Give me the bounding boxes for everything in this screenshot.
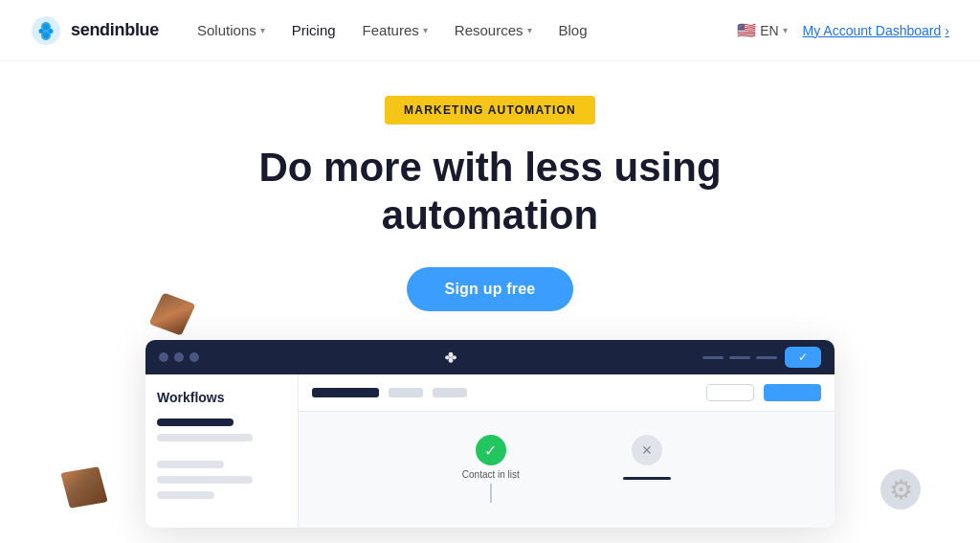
nav-solutions[interactable]: Solutions ▾ [197, 22, 265, 38]
hero-title: Do more with less using automation [241, 144, 739, 240]
logo-area[interactable]: sendinblue [31, 15, 159, 46]
sidebar-line-active [157, 419, 234, 426]
row-block-blue[interactable] [764, 384, 821, 401]
decoration-gear: ⚙ [880, 469, 923, 511]
nav-blog[interactable]: Blog [559, 22, 588, 38]
row-block-light-1 [389, 388, 423, 397]
resources-arrow-icon: ▾ [527, 25, 532, 35]
titlebar-dot-3 [189, 352, 199, 362]
titlebar-check-button[interactable]: ✓ [785, 347, 821, 368]
sendinblue-logo-icon [31, 15, 61, 46]
sidebar-line-1 [157, 434, 253, 441]
contact-node-label: Contact in list [462, 469, 520, 480]
logo-text: sendinblue [71, 20, 159, 40]
nav-features[interactable]: Features ▾ [363, 22, 428, 38]
sidebar-line-4 [157, 491, 214, 499]
navbar-left: sendinblue Solutions ▾ Pricing Features … [31, 15, 588, 46]
svg-point-9 [449, 355, 454, 360]
nav-links: Solutions ▾ Pricing Features ▾ Resources… [197, 22, 588, 38]
features-arrow-icon: ▾ [423, 25, 428, 35]
titlebar-right: ✓ [702, 347, 821, 368]
lang-label: EN [760, 23, 778, 38]
sidebar-workflows-title: Workflows [157, 390, 286, 405]
svg-point-4 [49, 29, 54, 34]
titlebar-line-1 [702, 356, 724, 359]
flag-icon: 🇺🇸 [737, 21, 756, 39]
titlebar-dots [159, 352, 199, 362]
decoration-cube-bottom [65, 469, 107, 511]
x-connector-line [623, 477, 671, 480]
decoration-cube-top [155, 297, 191, 333]
contact-check-icon: ✓ [476, 435, 506, 465]
titlebar-lines [702, 356, 777, 359]
node-connector-line [490, 484, 492, 503]
mockup-body: Workflows [145, 374, 835, 528]
navbar-right: 🇺🇸 EN ▾ My Account Dashboard › [737, 21, 949, 39]
sidebar-lines [157, 419, 286, 499]
sidebar-line-2 [157, 461, 224, 468]
hero-section: MARKETING AUTOMATION Do more with less u… [0, 61, 980, 346]
workflow-node-x: ✕ [623, 435, 671, 480]
account-dashboard-link[interactable]: My Account Dashboard › [803, 23, 949, 38]
mockup-main: ✓ Contact in list ✕ [299, 374, 835, 528]
titlebar-dot-1 [159, 352, 168, 362]
svg-point-3 [39, 29, 44, 34]
lang-arrow-icon: ▾ [783, 25, 788, 35]
svg-point-2 [43, 33, 49, 38]
mockup-workflow-content: ✓ Contact in list ✕ [299, 412, 835, 522]
row-block-outline[interactable] [706, 384, 754, 401]
hero-badge: MARKETING AUTOMATION [385, 96, 595, 124]
titlebar-line-2 [729, 356, 750, 359]
dashboard-mockup: ✓ Workflows [145, 340, 835, 528]
titlebar-center [440, 347, 461, 368]
check-icon: ✓ [798, 351, 808, 364]
titlebar-line-3 [756, 356, 777, 359]
solutions-arrow-icon: ▾ [260, 25, 265, 35]
row-block-dark [312, 388, 379, 397]
sidebar-line-3 [157, 476, 253, 484]
titlebar-dot-2 [174, 352, 184, 362]
nav-resources[interactable]: Resources ▾ [455, 22, 532, 38]
account-arrow-icon: › [945, 23, 949, 38]
mockup-row-top [299, 374, 835, 412]
language-selector[interactable]: 🇺🇸 EN ▾ [737, 21, 787, 39]
workflow-node-contact: ✓ Contact in list [462, 435, 520, 503]
row-block-light-2 [433, 388, 467, 397]
nav-pricing[interactable]: Pricing [292, 22, 336, 38]
signup-button[interactable]: Sign up free [407, 267, 574, 311]
mockup-sidebar: Workflows [145, 374, 299, 528]
navbar: sendinblue Solutions ▾ Pricing Features … [0, 0, 980, 61]
titlebar-logo-icon [440, 347, 461, 368]
x-circle-icon: ✕ [632, 435, 662, 465]
svg-point-1 [43, 24, 49, 30]
